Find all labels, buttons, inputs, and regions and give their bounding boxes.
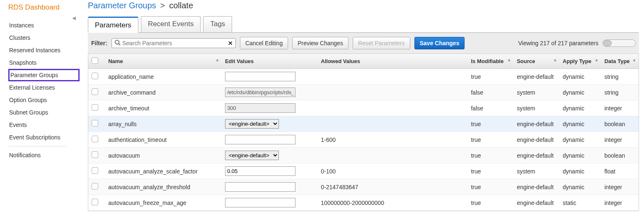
allowed-values: 0-2147483647 xyxy=(317,179,467,195)
column-header-data-type[interactable]: Data Type▾ xyxy=(601,54,639,69)
row-checkbox[interactable] xyxy=(92,104,98,111)
search-input[interactable] xyxy=(122,40,228,46)
data-type: string xyxy=(601,69,639,85)
edit-value-select[interactable]: <engine-default> xyxy=(225,151,279,160)
sort-icon: ▾ xyxy=(596,58,598,63)
save-changes-button[interactable]: Save Changes xyxy=(414,37,465,49)
data-type: integer xyxy=(601,100,639,116)
source: engine-default xyxy=(513,69,559,85)
edit-value-input[interactable] xyxy=(225,166,295,176)
source: engine-default xyxy=(513,148,559,163)
sort-icon: ▾ xyxy=(554,58,556,63)
is-modifiable: false xyxy=(467,85,513,100)
column-header-name[interactable]: Name▾ xyxy=(105,54,222,69)
table-row: authentication_timeout1-600trueengine-de… xyxy=(88,132,639,148)
svg-line-1 xyxy=(119,44,120,45)
table-row: application_nametrueengine-defaultdynami… xyxy=(88,69,639,85)
is-modifiable: true xyxy=(467,116,513,132)
reset-parameters-button: Reset Parameters xyxy=(353,37,410,49)
source: engine-default xyxy=(513,195,559,211)
edit-value-input[interactable] xyxy=(225,198,295,207)
search-input-wrap[interactable]: ✕ xyxy=(111,38,236,48)
parameter-name: archive_command xyxy=(105,85,222,100)
sidebar-item-instances[interactable]: Instances xyxy=(8,19,80,32)
viewing-count-label: Viewing 217 of 217 parameters xyxy=(518,40,598,46)
row-checkbox[interactable] xyxy=(92,167,98,174)
apply-type: dynamic xyxy=(559,85,601,100)
sidebar-item-clusters[interactable]: Clusters xyxy=(8,32,80,44)
source: engine-default xyxy=(513,132,559,148)
collapse-sidebar-icon[interactable] xyxy=(72,13,80,22)
row-checkbox[interactable] xyxy=(92,136,98,142)
main-content: Parameter Groups > collate ParametersRec… xyxy=(80,0,644,211)
sidebar-item-subnet-groups[interactable]: Subnet Groups xyxy=(8,106,80,119)
table-row: autovacuum<engine-default>trueengine-def… xyxy=(88,148,639,163)
is-modifiable: true xyxy=(467,69,513,85)
allowed-values xyxy=(317,69,467,85)
table-row: archive_commandfalsesystemdynamicstring xyxy=(88,85,639,100)
sidebar-item-notifications[interactable]: Notifications xyxy=(8,149,80,161)
row-checkbox[interactable] xyxy=(92,183,98,190)
is-modifiable: true xyxy=(467,179,513,195)
allowed-values xyxy=(317,116,467,132)
column-header-apply-type[interactable]: Apply Type▾ xyxy=(559,54,601,69)
svg-point-0 xyxy=(115,40,119,44)
sidebar-item-option-groups[interactable]: Option Groups xyxy=(8,94,80,106)
edit-value-select[interactable]: <engine-default> xyxy=(225,119,279,129)
tab-tags[interactable]: Tags xyxy=(203,16,232,32)
column-header-edit-values[interactable]: Edit Values xyxy=(222,54,317,69)
apply-type: dynamic xyxy=(559,132,601,148)
parameters-table: Name▾ Edit Values Allowed Values Is Modi… xyxy=(88,54,639,211)
is-modifiable: true xyxy=(467,148,513,163)
data-type: float xyxy=(601,163,639,179)
row-checkbox[interactable] xyxy=(92,199,98,205)
breadcrumb-root-link[interactable]: Parameter Groups xyxy=(88,1,156,10)
parameter-name: array_nulls xyxy=(105,116,222,132)
row-checkbox[interactable] xyxy=(92,88,98,95)
clear-search-icon[interactable]: ✕ xyxy=(228,40,233,46)
preview-changes-button[interactable]: Preview Changes xyxy=(292,37,349,49)
edit-value-input[interactable] xyxy=(225,72,295,81)
tab-recent-events[interactable]: Recent Events xyxy=(141,16,201,32)
row-checkbox[interactable] xyxy=(92,120,98,127)
row-checkbox[interactable] xyxy=(92,73,98,79)
edit-value-input xyxy=(225,103,295,113)
parameter-name: autovacuum_freeze_max_age xyxy=(105,195,222,211)
tab-parameters[interactable]: Parameters xyxy=(88,17,138,33)
sidebar-item-external-licenses[interactable]: External Licenses xyxy=(8,81,80,94)
sidebar: RDS Dashboard InstancesClustersReserved … xyxy=(0,0,80,211)
apply-type: dynamic xyxy=(559,179,601,195)
source: engine-default xyxy=(513,116,559,132)
parameter-name: authentication_timeout xyxy=(105,132,222,148)
toolbar: Filter: ✕ Cancel Editing Preview Changes… xyxy=(88,33,639,54)
column-header-source[interactable]: Source▾ xyxy=(513,54,559,69)
cancel-editing-button[interactable]: Cancel Editing xyxy=(240,37,288,49)
column-header-checkbox[interactable] xyxy=(88,54,105,69)
source: engine-default xyxy=(513,179,559,195)
edit-value-input[interactable] xyxy=(225,135,295,144)
table-row: array_nulls<engine-default>trueengine-de… xyxy=(88,116,639,132)
table-row: autovacuum_analyze_scale_factor0-100true… xyxy=(88,163,639,179)
sort-icon: ▾ xyxy=(216,58,218,63)
sidebar-title[interactable]: RDS Dashboard xyxy=(8,3,80,12)
sidebar-item-reserved-instances[interactable]: Reserved Instances xyxy=(8,44,80,56)
sidebar-item-event-subscriptions[interactable]: Event Subscriptions xyxy=(8,131,80,144)
row-checkbox[interactable] xyxy=(92,151,98,158)
sidebar-item-events[interactable]: Events xyxy=(8,119,80,131)
parameter-name: autovacuum xyxy=(105,148,222,163)
apply-type: dynamic xyxy=(559,148,601,163)
data-type: string xyxy=(601,85,639,100)
source: system xyxy=(513,85,559,100)
edit-value-input[interactable] xyxy=(225,182,295,192)
apply-type: dynamic xyxy=(559,163,601,179)
search-icon xyxy=(114,39,121,47)
parameter-name: autovacuum_analyze_scale_factor xyxy=(105,163,222,179)
view-toggle[interactable] xyxy=(603,39,636,47)
allowed-values: 1-600 xyxy=(317,132,467,148)
sidebar-item-parameter-groups[interactable]: Parameter Groups xyxy=(8,69,80,81)
data-type: integer xyxy=(601,132,639,148)
sidebar-item-snapshots[interactable]: Snapshots xyxy=(8,56,80,69)
sort-icon: ▾ xyxy=(633,58,635,63)
column-header-is-modifiable[interactable]: Is Modifiable▾ xyxy=(467,54,513,69)
column-header-allowed-values[interactable]: Allowed Values xyxy=(317,54,467,69)
